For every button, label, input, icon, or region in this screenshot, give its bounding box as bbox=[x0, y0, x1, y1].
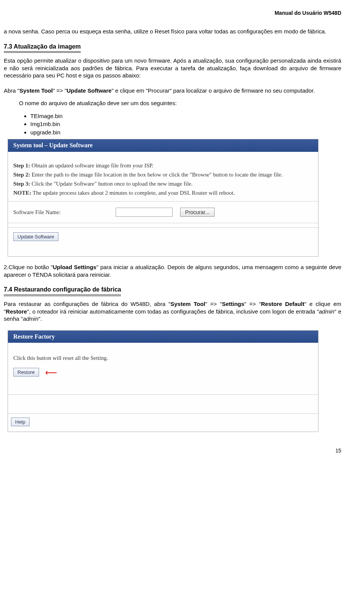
text-bold: Update Software bbox=[67, 87, 111, 94]
file-row: Software File Name: Procurar... bbox=[8, 201, 318, 223]
arrow-left-icon: ⟵ bbox=[45, 366, 57, 379]
section-7-4-title: 7.4 Restaurando configuração de fábrica bbox=[4, 286, 121, 295]
update-software-panel: System tool – Update Software Step 1: Ob… bbox=[8, 139, 318, 257]
section-7-3-step: Abra "System Tool" => "Update Software" … bbox=[4, 87, 341, 95]
page-number: 15 bbox=[4, 447, 341, 454]
filename-list: TEImage.bin Img1mb.bin upgrade.bin bbox=[4, 112, 341, 136]
list-item: upgrade.bin bbox=[30, 129, 341, 136]
text-fragment: " e clique em "Procurar" para localizar … bbox=[111, 87, 315, 94]
step-text: Obtain an updated software image file fr… bbox=[30, 162, 154, 169]
text-fragment: ", o roteador irá reiniciar automaticame… bbox=[27, 308, 319, 315]
text-fragment: 2.Clique no botão " bbox=[4, 264, 53, 270]
text-fragment: " => " bbox=[205, 301, 222, 307]
text-bold: System Tool bbox=[171, 301, 206, 307]
text-bold: Restore Default bbox=[261, 301, 304, 307]
file-name-input[interactable] bbox=[116, 208, 173, 217]
text-italic: admin bbox=[23, 315, 38, 322]
panel-footer: Update Software bbox=[8, 227, 318, 256]
panel-title: Restore Factory bbox=[8, 331, 318, 343]
panel-body: Click this button will reset all the Set… bbox=[8, 343, 318, 394]
section-7-3-intro: Esta opção permite atualizar o dispositi… bbox=[4, 57, 341, 79]
browse-button[interactable]: Procurar... bbox=[180, 208, 215, 217]
list-item: Img1mb.bin bbox=[30, 120, 341, 128]
text-bold: System Tool bbox=[19, 87, 53, 94]
text-bold: Restore bbox=[6, 308, 27, 315]
panel-title: System tool – Update Software bbox=[8, 139, 318, 152]
step-text: Enter the path to the image file locatio… bbox=[30, 172, 283, 178]
text-fragment: ". bbox=[38, 315, 42, 322]
text-fragment: " => " bbox=[53, 87, 67, 94]
text-bold: Settings bbox=[222, 301, 244, 307]
divider bbox=[8, 394, 318, 413]
step-text: Click the "Update Software" button once … bbox=[30, 181, 193, 187]
text-fragment: Para restaurar as configurações de fábri… bbox=[4, 301, 171, 307]
text-fragment: " => " bbox=[244, 301, 261, 307]
restore-factory-panel: Restore Factory Click this button will r… bbox=[8, 330, 318, 432]
divider bbox=[8, 223, 318, 227]
section-7-4-paragraph: Para restaurar as configurações de fábri… bbox=[4, 300, 341, 323]
text-bold: Upload Settings bbox=[53, 264, 96, 270]
help-button[interactable]: Help bbox=[11, 418, 30, 426]
step-label: Step 3: bbox=[13, 181, 30, 187]
restore-text: Click this button will reset all the Set… bbox=[13, 353, 313, 363]
restore-button[interactable]: Restore bbox=[13, 368, 39, 377]
intro-paragraph: a nova senha. Caso perca ou esqueça esta… bbox=[4, 28, 341, 35]
file-name-label: Software File Name: bbox=[13, 209, 108, 216]
panel-help-footer: Help bbox=[8, 413, 318, 432]
section-7-3-title: 7.3 Atualização da imagem bbox=[4, 43, 81, 52]
step-label: Step 1: bbox=[13, 162, 30, 169]
text-fragment: Abra " bbox=[4, 87, 19, 94]
filenames-intro: O nome do arquivo de atualização deve se… bbox=[4, 99, 341, 107]
post-panel-paragraph: 2.Clique no botão "Upload Settings" para… bbox=[4, 263, 341, 278]
note-text: The update process takes about 2 minutes… bbox=[31, 190, 235, 196]
update-software-button[interactable]: Update Software bbox=[13, 232, 58, 241]
step-label: Step 2: bbox=[13, 172, 30, 178]
note-label: NOTE: bbox=[13, 190, 31, 196]
manual-header: Manual do Usuário W548D bbox=[4, 9, 341, 16]
panel-instructions: Step 1: Obtain an updated software image… bbox=[8, 152, 318, 201]
text-italic: admin bbox=[319, 308, 334, 315]
list-item: TEImage.bin bbox=[30, 112, 341, 120]
